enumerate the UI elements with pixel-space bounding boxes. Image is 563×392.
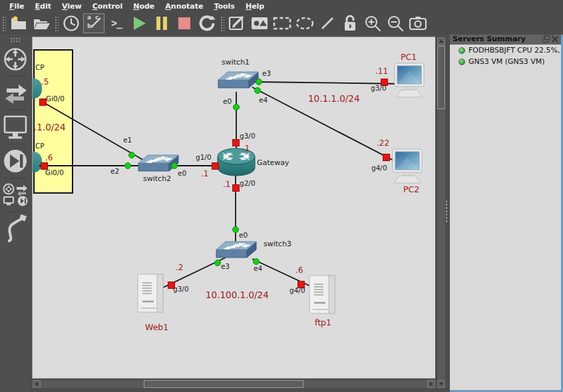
port-label: e3 [262, 69, 271, 77]
end-devices-button[interactable] [0, 112, 31, 142]
ip-label: .1 [223, 180, 230, 189]
all-devices-button[interactable] [0, 180, 31, 210]
scroll-left-button[interactable] [33, 380, 41, 388]
add-link-button[interactable] [0, 214, 31, 244]
node-label[interactable]: switch2 [143, 174, 171, 183]
pause-icon [156, 17, 160, 30]
node-label[interactable]: PC1 [401, 52, 417, 62]
main-toolbar: a c b >_ [0, 12, 563, 35]
node-label[interactable]: switch1 [222, 58, 250, 67]
zoom-out-button[interactable] [385, 13, 406, 33]
server-label: GNS3 VM (GNS3 VM) [469, 57, 545, 66]
ip-label: .1 [242, 144, 250, 153]
vertical-scroll-thumb[interactable] [437, 46, 445, 109]
menu-edit[interactable]: Edit [30, 1, 57, 11]
node-web1[interactable] [136, 274, 165, 315]
security-devices-button[interactable] [0, 146, 31, 176]
horizontal-scroll-thumb[interactable] [144, 380, 303, 388]
start-all-button[interactable] [128, 13, 150, 33]
snapshot-button[interactable] [61, 13, 82, 33]
palette-grip[interactable] [10, 37, 21, 43]
console-all-button[interactable]: >_ [106, 13, 127, 33]
play-icon [134, 17, 146, 30]
ip-label: .11 [375, 67, 388, 76]
ip-label: .1 [201, 169, 208, 178]
toolbar-grip[interactable] [54, 15, 59, 31]
network-label[interactable]: 10.100.1.0/24 [206, 290, 269, 300]
reload-all-button[interactable] [196, 13, 218, 33]
port-label: e4 [259, 96, 268, 104]
port-status-down [232, 139, 240, 146]
scroll-down-button[interactable] [437, 380, 445, 388]
scroll-up-button[interactable] [437, 37, 445, 45]
port-label: Gi0/0 [46, 95, 65, 102]
server-label: FODHBSBJFT CPU 22.5%, ... [469, 46, 560, 55]
node-label[interactable]: ftp1 [315, 317, 331, 327]
palette-separator [4, 178, 27, 178]
abc-wand-icon: a c b [86, 15, 102, 31]
float-panel-icon[interactable] [542, 35, 549, 43]
port-status-up [233, 104, 240, 110]
lock-unlock-button[interactable] [339, 13, 361, 33]
panel-title-bar[interactable]: Servers Summary [450, 33, 561, 45]
palette-separator [4, 76, 27, 77]
network-label[interactable]: 10.1.1.0/24 [308, 93, 360, 104]
zoom-in-button[interactable] [362, 13, 383, 33]
menu-view[interactable]: View [57, 1, 87, 11]
menu-bar: File Edit View Control Node Annotate Too… [0, 0, 563, 12]
add-note-button[interactable] [226, 13, 248, 33]
toolbar-grip[interactable] [1, 15, 6, 31]
port-label: e0 [239, 231, 248, 239]
ip-label: .6 [45, 153, 53, 162]
node-ftp1[interactable] [307, 275, 337, 316]
server-row[interactable]: FODHBSBJFT CPU 22.5%, ... [450, 45, 561, 56]
dock-splitter-handle[interactable] [445, 200, 449, 222]
node-label[interactable]: switch3 [264, 240, 291, 248]
vertical-scrollbar[interactable] [437, 37, 446, 389]
node-switch1[interactable] [217, 69, 260, 91]
ip-label: .6 [295, 266, 303, 275]
switches-button[interactable] [0, 78, 31, 108]
toolbar-grip[interactable] [220, 15, 224, 31]
topology-canvas[interactable]: switch1 switch2 switch3 Gateway PC1 PC2 … [32, 37, 435, 379]
show-interface-labels-button[interactable]: a c b [83, 13, 104, 33]
screenshot-button[interactable] [407, 13, 429, 33]
draw-line-button[interactable] [317, 13, 338, 33]
port-status-down [212, 162, 219, 170]
draw-ellipse-button[interactable] [294, 13, 315, 33]
port-status-up [128, 152, 135, 158]
node-pc1[interactable] [393, 63, 425, 99]
horizontal-scrollbar[interactable] [32, 379, 436, 389]
menu-node[interactable]: Node [128, 1, 160, 11]
port-status-up [256, 79, 262, 85]
menu-file[interactable]: File [4, 1, 30, 11]
menu-tools[interactable]: Tools [208, 1, 240, 11]
port-status-up [171, 162, 178, 169]
routers-button[interactable] [0, 44, 31, 75]
port-status-up [254, 87, 261, 94]
close-panel-icon[interactable] [551, 35, 558, 43]
node-pc2[interactable] [391, 148, 423, 185]
suspend-all-button[interactable] [151, 13, 172, 33]
node-label[interactable]: Gateway [257, 158, 289, 167]
node-switch3[interactable] [215, 239, 258, 260]
draw-rectangle-button[interactable] [272, 13, 293, 33]
scroll-right-button[interactable] [427, 380, 435, 388]
open-project-button[interactable] [31, 13, 52, 33]
switch-arrows-icon [3, 82, 28, 104]
servers-summary-panel: Servers Summary FODHBSBJFT CPU 22.5%, ..… [450, 33, 563, 392]
insert-image-button[interactable] [249, 13, 270, 33]
menu-control[interactable]: Control [87, 1, 128, 11]
menu-annotate[interactable]: Annotate [160, 1, 208, 11]
stop-all-button[interactable] [174, 13, 195, 33]
server-row[interactable]: GNS3 VM (GNS3 VM) [450, 56, 561, 67]
new-project-button[interactable] [8, 13, 29, 33]
node-label[interactable]: Web1 [145, 322, 168, 332]
port-label: g3/0 [371, 84, 387, 92]
node-label[interactable]: PC2 [403, 184, 419, 194]
palette-separator [4, 144, 27, 144]
monitor-icon [2, 114, 29, 140]
menu-help[interactable]: Help [240, 1, 270, 11]
port-status-up [214, 260, 221, 266]
port-label: g1/0 [196, 153, 212, 161]
